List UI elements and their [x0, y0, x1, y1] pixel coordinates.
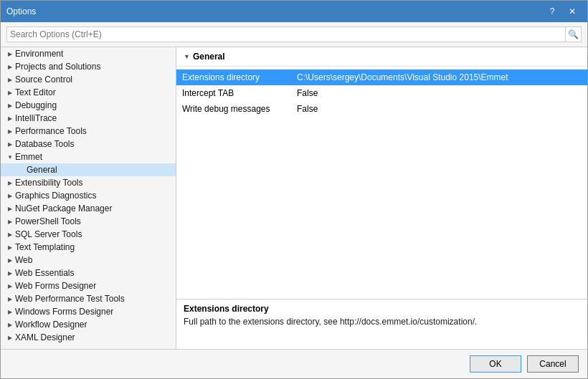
- tree-item-web-essentials[interactable]: ▶Web Essentials: [1, 267, 176, 279]
- tree-item-workflow-designer[interactable]: ▶Workflow Designer: [1, 318, 176, 331]
- tree-arrow-icon: ▶: [5, 178, 15, 188]
- tree-list: ▶Environment▶Projects and Solutions▶Sour…: [1, 47, 176, 349]
- tree-item-web-forms-designer[interactable]: ▶Web Forms Designer: [1, 279, 176, 292]
- title-bar-controls: ? ✕: [543, 4, 582, 19]
- tree-arrow-icon: ▶: [5, 203, 15, 214]
- tree-item-label: Emmet: [15, 153, 42, 161]
- section-collapse-icon: ▼: [184, 53, 190, 60]
- tree-arrow-icon: ▶: [5, 268, 15, 278]
- tree-item-label: Web Forms Designer: [15, 282, 96, 290]
- settings-value: False: [297, 88, 318, 98]
- tree-item-xaml-designer[interactable]: ▶XAML Designer: [1, 331, 176, 344]
- tree-arrow-icon: ▶: [5, 113, 15, 123]
- tree-arrow-icon: ▶: [5, 281, 15, 291]
- tree-item-extensibility-tools[interactable]: ▶Extensibility Tools: [1, 176, 176, 189]
- tree-item-projects-solutions[interactable]: ▶Projects and Solutions: [1, 60, 176, 73]
- tree-item-label: NuGet Package Manager: [15, 204, 112, 213]
- tree-arrow-icon: ▶: [5, 87, 15, 97]
- tree-arrow-icon: ▶: [5, 191, 15, 201]
- tree-item-label: General: [27, 165, 57, 174]
- tree-arrow-icon: ▶: [5, 255, 15, 265]
- tree-item-label: Text Templating: [15, 243, 75, 251]
- dialog-body: 🔍 ▶Environment▶Projects and Solutions▶So…: [1, 22, 587, 349]
- settings-value: C:\Users\sergey\Documents\Visual Studio …: [297, 72, 508, 82]
- tree-item-label: Workflow Designer: [15, 320, 87, 329]
- tree-arrow-icon: ▶: [5, 126, 15, 136]
- tree-arrow-icon: ▶: [5, 294, 15, 304]
- tree-arrow-icon: ▶: [5, 49, 15, 59]
- tree-item-nuget-package-manager[interactable]: ▶NuGet Package Manager: [1, 202, 176, 215]
- tree-item-label: Environment: [15, 49, 63, 58]
- tree-item-label: PowerShell Tools: [15, 217, 81, 226]
- tree-item-label: IntelliTrace: [15, 114, 57, 123]
- settings-key: Extensions directory: [182, 72, 297, 82]
- right-panel: ▼ General Extensions directoryC:\Users\s…: [176, 47, 587, 349]
- ok-button[interactable]: OK: [470, 355, 521, 373]
- tree-item-text-templating[interactable]: ▶Text Templating: [1, 241, 176, 254]
- tree-arrow-icon: ▶: [5, 100, 15, 110]
- tree-item-label: Web: [15, 256, 32, 264]
- settings-table: Extensions directoryC:\Users\sergey\Docu…: [176, 67, 587, 299]
- close-button[interactable]: ✕: [563, 4, 582, 19]
- tree-arrow-icon: ▶: [5, 139, 15, 149]
- tree-item-label: Projects and Solutions: [15, 62, 100, 71]
- settings-key: Write debug messages: [182, 104, 297, 114]
- tree-arrow-icon: ▶: [5, 62, 15, 72]
- tree-item-performance-tools[interactable]: ▶Performance Tools: [1, 125, 176, 138]
- tree-item-source-control[interactable]: ▶Source Control: [1, 73, 176, 86]
- settings-row[interactable]: Extensions directoryC:\Users\sergey\Docu…: [176, 69, 587, 85]
- tree-item-label: Extensibility Tools: [15, 178, 83, 187]
- dialog-title: Options: [6, 6, 543, 16]
- search-input[interactable]: [6, 27, 566, 42]
- description-text: Full path to the extensions directory, s…: [184, 317, 580, 327]
- tree-item-label: XAML Designer: [15, 333, 75, 342]
- section-header: ▼ General: [176, 47, 587, 67]
- tree-item-intellitrace[interactable]: ▶IntelliTrace: [1, 112, 176, 125]
- tree-item-label: Web Essentials: [15, 269, 74, 277]
- tree-item-sql-server-tools[interactable]: ▶SQL Server Tools: [1, 228, 176, 241]
- tree-item-windows-forms-designer[interactable]: ▶Windows Forms Designer: [1, 305, 176, 318]
- tree-item-web[interactable]: ▶Web: [1, 254, 176, 267]
- tree-arrow-icon: ▶: [5, 307, 15, 317]
- left-panel: ▶Environment▶Projects and Solutions▶Sour…: [1, 47, 176, 349]
- description-title: Extensions directory: [184, 304, 580, 314]
- tree-item-label: Debugging: [15, 101, 57, 110]
- tree-arrow-icon: ▶: [5, 229, 15, 239]
- settings-key: Intercept TAB: [182, 88, 297, 98]
- dialog-footer: OK Cancel: [1, 349, 587, 378]
- tree-arrow-icon: ▶: [5, 75, 15, 85]
- tree-item-label: Web Performance Test Tools: [15, 294, 125, 303]
- title-bar: Options ? ✕: [1, 1, 587, 22]
- tree-item-general[interactable]: General: [1, 163, 176, 176]
- tree-arrow-icon: ▶: [5, 332, 15, 342]
- section-title: General: [193, 52, 225, 62]
- tree-item-label: Graphics Diagnostics: [15, 191, 96, 200]
- tree-item-web-performance-test-tools[interactable]: ▶Web Performance Test Tools: [1, 292, 176, 305]
- cancel-button[interactable]: Cancel: [527, 355, 579, 373]
- tree-item-database-tools[interactable]: ▶Database Tools: [1, 138, 176, 150]
- settings-value: False: [297, 104, 318, 114]
- search-button[interactable]: 🔍: [566, 27, 582, 42]
- tree-item-label: SQL Server Tools: [15, 230, 82, 239]
- tree-arrow-icon: ▶: [5, 320, 15, 330]
- tree-arrow-icon: ▼: [5, 152, 15, 162]
- tree-item-label: Windows Forms Designer: [15, 307, 113, 316]
- tree-item-label: Performance Tools: [15, 127, 87, 135]
- tree-item-debugging[interactable]: ▶Debugging: [1, 99, 176, 112]
- help-button[interactable]: ?: [543, 4, 561, 19]
- tree-item-label: Text Editor: [15, 88, 56, 97]
- tree-item-environment[interactable]: ▶Environment: [1, 47, 176, 60]
- settings-row[interactable]: Write debug messagesFalse: [176, 101, 587, 117]
- search-bar: 🔍: [1, 22, 587, 47]
- description-panel: Extensions directory Full path to the ex…: [176, 299, 587, 349]
- tree-item-powershell-tools[interactable]: ▶PowerShell Tools: [1, 215, 176, 228]
- tree-arrow-icon: ▶: [5, 216, 15, 226]
- tree-item-text-editor[interactable]: ▶Text Editor: [1, 86, 176, 99]
- tree-item-graphics-diagnostics[interactable]: ▶Graphics Diagnostics: [1, 189, 176, 202]
- tree-arrow-icon: ▶: [5, 242, 15, 252]
- tree-arrow-icon: [16, 165, 27, 175]
- settings-row[interactable]: Intercept TABFalse: [176, 85, 587, 101]
- tree-item-label: Database Tools: [15, 140, 75, 148]
- tree-item-emmet[interactable]: ▼Emmet: [1, 150, 176, 163]
- main-content: ▶Environment▶Projects and Solutions▶Sour…: [1, 47, 587, 349]
